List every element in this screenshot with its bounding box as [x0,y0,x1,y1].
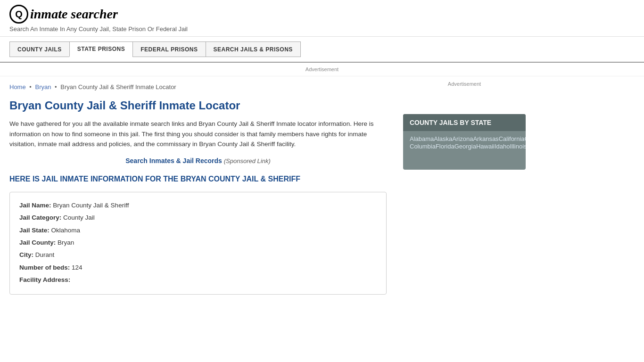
county-jails-list: AlabamaAlaskaArizonaArkansasCaliforniaCo… [403,131,526,170]
state-link-florida[interactable]: Florida [436,142,454,151]
nav-search-jails[interactable]: SEARCH JAILS & PRISONS [206,41,301,57]
jail-name-label: Jail Name: [19,202,51,209]
sponsored-label: (Sponsored Link) [224,157,271,165]
jail-county-field: Jail County: Bryan [19,237,377,248]
jail-name-field: Jail Name: Bryan County Jail & Sheriff [19,200,377,211]
breadcrumb-parent[interactable]: Bryan [35,83,51,90]
page-title: Bryan County Jail & Sheriff Inmate Locat… [9,99,387,112]
main-layout: Home • Bryan • Bryan County Jail & Sheri… [0,76,644,304]
section-header: HERE IS JAIL INMATE INFORMATION FOR THE … [9,174,387,184]
jail-category-field: Jail Category: County Jail [19,212,377,223]
jail-state-value: Oklahoma [51,227,81,234]
nav-federal-prisons[interactable]: FEDERAL PRISONS [132,41,205,57]
breadcrumb-sep2: • [55,83,58,90]
beds-field: Number of beds: 124 [19,262,377,273]
nav-inner: COUNTY JAILS STATE PRISONS FEDERAL PRISO… [9,41,635,57]
sidebar: Advertisement COUNTY JAILS BY STATE Alab… [396,76,533,304]
jail-category-value: County Jail [63,214,95,221]
nav-bar: COUNTY JAILS STATE PRISONS FEDERAL PRISO… [0,37,644,63]
jail-county-value: Bryan [58,239,74,246]
sidebar-ad: Advertisement [403,81,526,109]
search-inmates-link[interactable]: Search Inmates & Jail Records [125,157,222,165]
info-box: Jail Name: Bryan County Jail & Sheriff J… [9,192,387,295]
tagline: Search An Inmate In Any County Jail, Sta… [9,25,635,33]
states-left-col: AlabamaAlaskaArizonaArkansasCaliforniaCo… [410,135,526,165]
search-link-area: Search Inmates & Jail Records (Sponsored… [9,157,387,165]
breadcrumb-current: Bryan County Jail & Sheriff Inmate Locat… [60,83,176,90]
jail-county-label: Jail County: [19,239,56,246]
logo-text: inmate searcher [30,7,118,22]
breadcrumb: Home • Bryan • Bryan County Jail & Sheri… [9,83,387,90]
jail-state-label: Jail State: [19,227,50,234]
description-text: We have gathered for you all the availab… [9,119,387,149]
state-link-hawaii[interactable]: Hawaii [476,142,495,151]
address-label: Facility Address: [19,276,70,283]
header: Q inmate searcher Search An Inmate In An… [0,0,644,37]
breadcrumb-home[interactable]: Home [9,83,26,90]
beds-value: 124 [72,264,83,271]
breadcrumb-sep1: • [29,83,33,90]
county-jails-box: COUNTY JAILS BY STATE AlabamaAlaskaArizo… [403,114,526,170]
city-field: City: Durant [19,249,377,261]
address-field: Facility Address: [19,274,377,286]
county-jails-title: COUNTY JAILS BY STATE [403,114,526,131]
nav-state-prisons[interactable]: STATE PRISONS [69,41,132,57]
logo-area: Q inmate searcher [9,5,635,24]
city-label: City: [19,251,33,258]
beds-label: Number of beds: [19,264,70,271]
nav-county-jails[interactable]: COUNTY JAILS [9,41,69,57]
state-link-georgia[interactable]: Georgia [454,142,476,151]
state-link-idaho[interactable]: Idaho [495,142,510,151]
logo-icon: Q [9,5,28,24]
ad-banner: Advertisement [0,63,644,76]
jail-state-field: Jail State: Oklahoma [19,225,377,236]
city-value: Durant [35,251,55,258]
jail-category-label: Jail Category: [19,214,61,221]
jail-name-value: Bryan County Jail & Sheriff [53,202,129,209]
content-area: Home • Bryan • Bryan County Jail & Sheri… [0,76,396,304]
state-link-illinois[interactable]: Illinois [510,142,526,151]
